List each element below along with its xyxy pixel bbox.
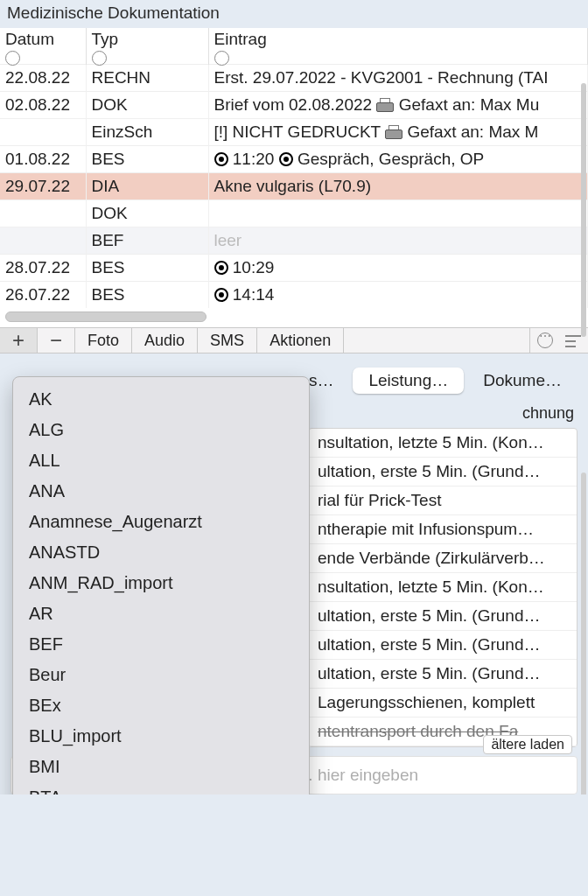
dropdown-item[interactable]: BTA bbox=[13, 782, 309, 794]
add-button[interactable]: + bbox=[0, 328, 38, 353]
cell-date: 29.07.22 bbox=[0, 173, 86, 200]
record-bullet-icon bbox=[214, 261, 228, 275]
service-row[interactable]: ultation, erste 5 Min. (Grund… bbox=[309, 602, 577, 631]
table-row[interactable]: EinzSch[!] NICHT GEDRUCKT Gefaxt an: Max… bbox=[0, 119, 588, 146]
table-row[interactable]: BEFleer bbox=[0, 228, 588, 255]
dropdown-item[interactable]: ANA bbox=[13, 476, 309, 507]
toolbar: + − Foto Audio SMS Aktionen bbox=[0, 327, 588, 354]
record-bullet-icon bbox=[279, 152, 293, 166]
dropdown-item[interactable]: ANASTD bbox=[13, 537, 309, 568]
cell-type: DOK bbox=[86, 92, 208, 119]
col-header-date[interactable]: Datum bbox=[0, 28, 86, 65]
services-list[interactable]: nsultation, letzte 5 Min. (Kon…ultation,… bbox=[308, 428, 578, 747]
remove-button[interactable]: − bbox=[38, 328, 75, 353]
record-bullet-icon bbox=[214, 152, 228, 166]
col-header-entry-label: Eintrag bbox=[214, 30, 267, 49]
col-header-entry[interactable]: Eintrag bbox=[208, 28, 588, 65]
table-row[interactable]: 02.08.22DOKBrief vom 02.08.2022 Gefaxt a… bbox=[0, 92, 588, 119]
foto-button[interactable]: Foto bbox=[75, 328, 132, 353]
cell-type: DIA bbox=[86, 173, 208, 200]
cell-entry: 11:20 Gespräch, Gespräch, OP bbox=[208, 146, 588, 173]
cell-type: EinzSch bbox=[86, 119, 208, 146]
dropdown-item[interactable]: Anamnese_Augenarzt bbox=[13, 507, 309, 537]
cell-entry: Brief vom 02.08.2022 Gefaxt an: Max Mu bbox=[208, 92, 588, 119]
service-row[interactable]: ende Verbände (Zirkulärverb… bbox=[309, 544, 577, 573]
cell-type: DOK bbox=[86, 200, 208, 228]
service-row[interactable]: nsultation, letzte 5 Min. (Kon… bbox=[309, 429, 577, 458]
cell-date bbox=[0, 228, 86, 255]
dropdown-item[interactable]: BEF bbox=[13, 629, 309, 660]
table-scrollbar-x-thumb[interactable] bbox=[5, 312, 206, 322]
cell-entry bbox=[208, 200, 588, 228]
table-row[interactable]: DOK bbox=[0, 200, 588, 228]
service-row[interactable]: rial für Prick-Test bbox=[309, 486, 577, 515]
col-header-date-label: Datum bbox=[5, 30, 54, 49]
minus-icon: − bbox=[50, 330, 62, 351]
dropdown-item[interactable]: AR bbox=[13, 598, 309, 629]
doc-table: Datum Typ Eintrag 22.08.22RECHNErst. 29.… bbox=[0, 28, 588, 308]
service-row[interactable]: ultation, erste 5 Min. (Grund… bbox=[309, 458, 577, 486]
services-scrollbar-y[interactable] bbox=[581, 472, 586, 794]
service-row[interactable]: Lagerungsschienen, komplett bbox=[309, 689, 577, 718]
table-row[interactable]: 28.07.22BES 10:29 bbox=[0, 255, 588, 282]
type-dropdown[interactable]: AKALGALLANAAnamnese_AugenarztANASTDANM_R… bbox=[12, 376, 310, 794]
printer-icon bbox=[385, 125, 402, 139]
sms-button[interactable]: SMS bbox=[198, 328, 257, 353]
table-scrollbar-y[interactable] bbox=[581, 83, 586, 337]
table-scrollbar-x-track[interactable] bbox=[0, 308, 588, 327]
service-row[interactable]: ultation, erste 5 Min. (Grund… bbox=[309, 660, 577, 689]
service-row[interactable]: nsultation, letzte 5 Min. (Kon… bbox=[309, 573, 577, 602]
cell-entry: Akne vulgaris (L70.9) bbox=[208, 173, 588, 200]
cell-type: BES bbox=[86, 255, 208, 282]
cell-entry: 10:29 bbox=[208, 255, 588, 282]
cell-entry: 14:14 bbox=[208, 282, 588, 309]
cell-entry: [!] NICHT GEDRUCKT Gefaxt an: Max M bbox=[208, 119, 588, 146]
cell-date: 28.07.22 bbox=[0, 255, 86, 282]
format-icon[interactable] bbox=[565, 333, 581, 347]
cell-date: 02.08.22 bbox=[0, 92, 86, 119]
filter-radio-entry[interactable] bbox=[214, 51, 229, 66]
dropdown-item[interactable]: BEx bbox=[13, 690, 309, 721]
dropdown-item[interactable]: AK bbox=[13, 384, 309, 415]
cell-entry: Erst. 29.07.2022 - KVG2001 - Rechnung (T… bbox=[208, 65, 588, 92]
toolbar-spacer bbox=[344, 328, 530, 353]
table-row[interactable]: 22.08.22RECHNErst. 29.07.2022 - KVG2001 … bbox=[0, 65, 588, 92]
cell-type: BES bbox=[86, 146, 208, 173]
cell-date: 22.08.22 bbox=[0, 65, 86, 92]
tab-dokumente[interactable]: Dokume… bbox=[467, 368, 578, 394]
audio-button[interactable]: Audio bbox=[132, 328, 198, 353]
dropdown-item[interactable]: Beur bbox=[13, 660, 309, 690]
dropdown-item[interactable]: ALL bbox=[13, 445, 309, 476]
cell-type: BEF bbox=[86, 228, 208, 255]
cell-date bbox=[0, 200, 86, 228]
service-row[interactable]: ntherapie mit Infusionspum… bbox=[309, 515, 577, 544]
service-row[interactable]: ultation, erste 5 Min. (Grund… bbox=[309, 631, 577, 660]
col-header-type[interactable]: Typ bbox=[86, 28, 208, 65]
table-row[interactable]: 26.07.22BES 14:14 bbox=[0, 282, 588, 309]
cell-date: 01.08.22 bbox=[0, 146, 86, 173]
aktionen-button[interactable]: Aktionen bbox=[257, 328, 344, 353]
tab-leistung[interactable]: Leistung… bbox=[353, 368, 464, 394]
plus-icon: + bbox=[12, 330, 24, 351]
table-header-row: Datum Typ Eintrag bbox=[0, 28, 588, 65]
table-row[interactable]: 01.08.22BES 11:20 Gespräch, Gespräch, OP bbox=[0, 146, 588, 173]
printer-icon bbox=[376, 98, 394, 112]
record-bullet-icon bbox=[214, 288, 228, 302]
panel-title: Medizinische Dokumentation bbox=[0, 0, 588, 28]
load-older-chip[interactable]: ältere laden bbox=[483, 735, 572, 754]
cell-date: 26.07.22 bbox=[0, 282, 86, 309]
dropdown-item[interactable]: BMI bbox=[13, 752, 309, 782]
cell-type: BES bbox=[86, 282, 208, 309]
dropdown-item[interactable]: ANM_RAD_import bbox=[13, 568, 309, 598]
filter-radio-date[interactable] bbox=[5, 51, 20, 66]
filter-radio-type[interactable] bbox=[92, 51, 107, 66]
cell-type: RECHN bbox=[86, 65, 208, 92]
col-header-type-label: Typ bbox=[92, 30, 119, 49]
cell-entry: leer bbox=[208, 228, 588, 255]
more-icon[interactable] bbox=[537, 332, 553, 348]
dropdown-item[interactable]: ALG bbox=[13, 415, 309, 445]
dropdown-item[interactable]: BLU_import bbox=[13, 721, 309, 752]
table-row[interactable]: 29.07.22DIAAkne vulgaris (L70.9) bbox=[0, 173, 588, 200]
cell-date bbox=[0, 119, 86, 146]
